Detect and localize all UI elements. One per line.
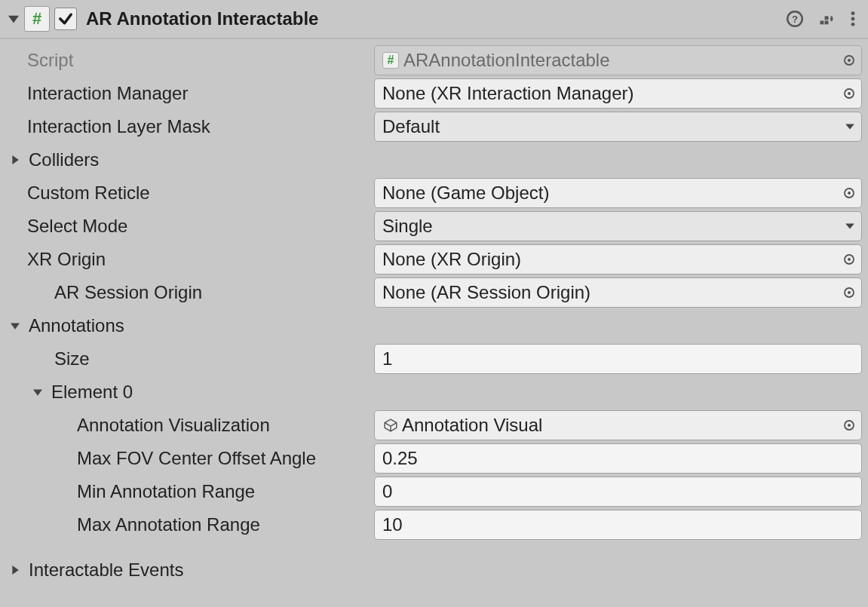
interaction-manager-field[interactable]: None (XR Interaction Manager) [374, 78, 862, 109]
chevron-down-icon [845, 121, 855, 132]
row-annotations[interactable]: Annotations [5, 309, 863, 342]
component-foldout[interactable] [6, 11, 21, 26]
label-colliders: Colliders [27, 149, 99, 170]
object-picker-icon[interactable] [843, 287, 855, 299]
xr-origin-field[interactable]: None (XR Origin) [374, 244, 862, 274]
object-picker-icon[interactable] [843, 187, 855, 199]
hash-icon: # [382, 52, 399, 69]
min-range-input[interactable]: 0 [374, 477, 862, 507]
label-ar-session-origin: AR Session Origin [27, 282, 202, 303]
context-menu-icon[interactable] [850, 11, 856, 27]
label-interaction-manager: Interaction Manager [27, 83, 188, 104]
label-select-mode: Select Mode [27, 216, 127, 237]
row-interaction-layer-mask: Interaction Layer Mask Default [5, 110, 863, 143]
annotations-size-input[interactable]: 1 [374, 344, 862, 374]
element-0-foldout[interactable] [33, 388, 50, 397]
label-custom-reticle: Custom Reticle [27, 182, 150, 204]
interaction-layer-mask-dropdown[interactable]: Default [374, 112, 862, 142]
label-xr-origin: XR Origin [27, 249, 106, 270]
object-picker-icon [843, 54, 855, 66]
max-fov-input[interactable]: 0.25 [374, 443, 862, 474]
row-annotation-visualization: Annotation Visualization Annotation Visu… [5, 409, 863, 442]
row-annotations-size: Size 1 [5, 342, 863, 376]
preset-icon[interactable] [818, 11, 835, 27]
script-icon: # [24, 6, 50, 32]
check-icon [58, 11, 73, 26]
row-custom-reticle: Custom Reticle None (Game Object) [5, 176, 863, 210]
select-mode-dropdown[interactable]: Single [374, 211, 862, 241]
max-range-input[interactable]: 10 [374, 510, 862, 540]
row-element-0[interactable]: Element 0 [5, 376, 863, 409]
row-colliders[interactable]: Colliders [5, 143, 863, 176]
row-interaction-manager: Interaction Manager None (XR Interaction… [5, 77, 863, 110]
row-max-range: Max Annotation Range 10 [5, 508, 863, 541]
component-header[interactable]: # AR Annotation Interactable [0, 0, 868, 39]
label-annotations-size: Size [27, 348, 90, 369]
row-min-range: Min Annotation Range 0 [5, 475, 863, 508]
component-enabled-checkbox[interactable] [54, 8, 77, 30]
annotations-foldout[interactable] [11, 321, 27, 330]
row-ar-session-origin: AR Session Origin None (AR Session Origi… [5, 276, 863, 309]
object-picker-icon[interactable] [843, 253, 855, 265]
label-script: Script [27, 50, 73, 71]
label-max-fov: Max FOV Center Offset Angle [27, 448, 316, 469]
row-xr-origin: XR Origin None (XR Origin) [5, 243, 863, 276]
chevron-down-icon [845, 221, 855, 231]
label-annotations: Annotations [27, 315, 124, 336]
object-picker-icon[interactable] [843, 87, 855, 100]
row-script: Script # ARAnnotationInteractable [5, 44, 863, 77]
label-interactable-events: Interactable Events [27, 559, 183, 581]
component-title: AR Annotation Interactable [86, 8, 787, 29]
prefab-icon [382, 418, 399, 432]
annotation-visualization-field[interactable]: Annotation Visual [374, 410, 862, 440]
object-picker-icon[interactable] [843, 419, 855, 431]
label-min-range: Min Annotation Range [27, 481, 255, 502]
interactable-events-foldout[interactable] [11, 566, 27, 575]
custom-reticle-field[interactable]: None (Game Object) [374, 178, 862, 208]
help-icon[interactable] [787, 11, 803, 27]
row-select-mode: Select Mode Single [5, 210, 863, 243]
label-annotation-visualization: Annotation Visualization [27, 415, 270, 436]
colliders-foldout[interactable] [11, 155, 27, 164]
row-interactable-events[interactable]: Interactable Events [5, 553, 863, 587]
inspector-component: # AR Annotation Interactable Script # AR… [0, 0, 868, 594]
hash-icon: # [32, 11, 41, 27]
script-field: # ARAnnotationInteractable [374, 45, 862, 75]
label-element-0: Element 0 [50, 382, 133, 403]
ar-session-origin-field[interactable]: None (AR Session Origin) [374, 277, 862, 308]
label-interaction-layer-mask: Interaction Layer Mask [27, 116, 210, 137]
row-max-fov: Max FOV Center Offset Angle 0.25 [5, 442, 863, 475]
label-max-range: Max Annotation Range [27, 514, 260, 535]
